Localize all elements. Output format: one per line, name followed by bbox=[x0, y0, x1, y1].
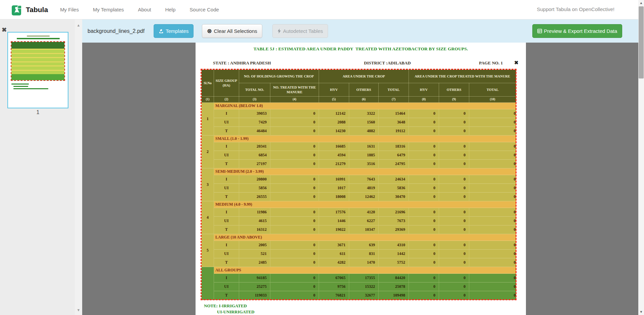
pdf-district: DISTRICT :ADILABAD bbox=[364, 60, 411, 66]
pdf-page[interactable]: TABLE 5J : ESTIMATED AREA UNDER PADDY TR… bbox=[196, 43, 526, 315]
value-cell: 29369 bbox=[379, 225, 409, 234]
table-row: I2005036716394310000 bbox=[202, 241, 516, 250]
col-num-10: (10) bbox=[469, 97, 516, 103]
value-cell: 0 bbox=[439, 109, 469, 118]
col-header-size-group: SIZE GROUP (HA) bbox=[214, 70, 239, 97]
col-num-5: (5) bbox=[319, 97, 349, 103]
mini-note-line bbox=[11, 84, 29, 85]
mini-note-line bbox=[13, 88, 48, 89]
pdf-viewer: TABLE 5J : ESTIMATED AREA UNDER PADDY TR… bbox=[82, 43, 638, 315]
pdf-data-table: Sl.No SIZE GROUP (HA) NO. OF HOLDINGS GR… bbox=[201, 69, 516, 300]
value-cell: 0 bbox=[270, 175, 319, 184]
value-cell: 0 bbox=[270, 208, 319, 217]
value-cell: 2088 bbox=[319, 118, 349, 127]
value-cell: 4120 bbox=[349, 208, 379, 217]
value-cell: 0 bbox=[469, 118, 516, 127]
open-filename: background_lines_2.pdf bbox=[88, 28, 145, 34]
delete-page-icon[interactable]: ✖ bbox=[2, 26, 7, 34]
scrollbar-thumb[interactable] bbox=[639, 6, 644, 78]
page-1-thumbnail[interactable] bbox=[7, 32, 68, 108]
table-row: T163120190221034729369000 bbox=[202, 225, 516, 234]
sidebar-scroll-down-icon[interactable]: ▼ bbox=[76, 308, 81, 312]
value-cell: 24795 bbox=[379, 160, 409, 168]
value-cell: 0 bbox=[469, 258, 516, 267]
value-cell: 0 bbox=[270, 225, 319, 234]
col-num-4: (4) bbox=[270, 97, 319, 103]
value-cell: 611 bbox=[319, 250, 349, 258]
value-cell: 7643 bbox=[349, 175, 379, 184]
brand[interactable]: Tabula bbox=[12, 4, 60, 15]
value-cell: 26555 bbox=[239, 193, 270, 201]
value-cell: 0 bbox=[439, 193, 469, 201]
value-cell: 109498 bbox=[379, 291, 409, 300]
value-cell: 0 bbox=[439, 241, 469, 250]
sidebar-scrollbar[interactable]: ▲ ▼ bbox=[75, 19, 82, 315]
clear-button-label: Clear All Selections bbox=[214, 28, 257, 34]
value-cell: 0 bbox=[439, 175, 469, 184]
value-cell: 17355 bbox=[349, 274, 379, 282]
value-cell: 1560 bbox=[349, 118, 379, 127]
brand-name: Tabula bbox=[26, 6, 48, 14]
col-num-6: (6) bbox=[349, 97, 379, 103]
size-group-band-row: 3SEMI-MEDIUM (2.0 - 3.99) bbox=[202, 168, 516, 175]
value-cell: 0 bbox=[409, 184, 439, 193]
nav-my-templates[interactable]: My Templates bbox=[93, 7, 124, 12]
value-cell: 20341 bbox=[239, 142, 270, 151]
templates-button[interactable]: Templates bbox=[154, 24, 194, 38]
col-header-total-1: TOTAL bbox=[379, 83, 409, 97]
nav-source-code[interactable]: Source Code bbox=[190, 7, 219, 12]
scrollbar-up-icon[interactable]: ▲ bbox=[638, 0, 644, 6]
lightning-icon bbox=[277, 29, 281, 34]
value-cell: 7673 bbox=[379, 217, 409, 225]
irrigation-type-cell: UI bbox=[214, 118, 239, 127]
table-row: I20341016685163118316000 bbox=[202, 142, 516, 151]
value-cell: 18008 bbox=[319, 193, 349, 201]
tabula-logo-icon bbox=[12, 4, 22, 15]
value-cell: 0 bbox=[469, 142, 516, 151]
page-thumbnails-sidebar: ✖ 1 ▲ ▼ bbox=[0, 19, 82, 315]
value-cell: 7429 bbox=[239, 118, 270, 127]
col-header-hyv-1: HYV bbox=[319, 83, 349, 97]
col-num-3: (3) bbox=[239, 97, 270, 103]
value-cell: 0 bbox=[469, 241, 516, 250]
pdf-page-no: PAGE NO. 1 bbox=[479, 60, 503, 66]
nav-help[interactable]: Help bbox=[165, 7, 175, 12]
value-cell: 3516 bbox=[349, 160, 379, 168]
value-cell: 0 bbox=[409, 118, 439, 127]
note-irrigated: NOTE: I-IRRIGATED bbox=[204, 303, 255, 309]
table-row: UI74290208815603648000 bbox=[202, 118, 516, 127]
clear-all-selections-button[interactable]: ⊗ Clear All Selections bbox=[202, 24, 262, 38]
value-cell: 0 bbox=[439, 127, 469, 136]
pdf-meta-row: STATE : ANDHRA PRADESH DISTRICT :ADILABA… bbox=[196, 60, 526, 66]
nav-my-files[interactable]: My Files bbox=[60, 7, 79, 12]
table-header: Sl.No SIZE GROUP (HA) NO. OF HOLDINGS GR… bbox=[202, 70, 516, 103]
preview-export-button[interactable]: Preview & Export Extracted Data bbox=[532, 24, 622, 38]
value-cell: 84420 bbox=[379, 274, 409, 282]
scrollbar-down-icon[interactable]: ▼ bbox=[638, 309, 644, 315]
value-cell: 19112 bbox=[379, 127, 409, 136]
support-opencollective-link[interactable]: Support Tabula on OpenCollective! bbox=[537, 6, 614, 12]
window-scrollbar[interactable]: ▲ ▼ bbox=[638, 0, 644, 315]
value-cell: 0 bbox=[469, 175, 516, 184]
value-cell: 0 bbox=[439, 217, 469, 225]
mini-table-body bbox=[11, 49, 64, 74]
autodetect-tables-button[interactable]: Autodetect Tables bbox=[272, 24, 328, 38]
table-row: T24850428214705752000 bbox=[202, 258, 516, 267]
col-num-8: (8) bbox=[409, 97, 439, 103]
value-cell: 0 bbox=[409, 127, 439, 136]
selection-close-icon[interactable]: ✖ bbox=[514, 60, 519, 66]
value-cell: 9756 bbox=[319, 282, 349, 291]
value-cell: 0 bbox=[469, 250, 516, 258]
value-cell: 10347 bbox=[349, 225, 379, 234]
col-header-no-treated: NO. TREATED WITH THE MANURE bbox=[270, 83, 319, 97]
content-area: ✖ 1 ▲ ▼ background_lines_2.pdf bbox=[0, 19, 638, 315]
nav-about[interactable]: About bbox=[138, 7, 151, 12]
sidebar-scroll-up-icon[interactable]: ▲ bbox=[76, 23, 81, 28]
pdf-table-title: TABLE 5J : ESTIMATED AREA UNDER PADDY TR… bbox=[196, 46, 526, 52]
value-cell: 119033 bbox=[239, 291, 270, 300]
value-cell: 0 bbox=[409, 208, 439, 217]
value-cell: 39053 bbox=[239, 109, 270, 118]
value-cell: 0 bbox=[469, 109, 516, 118]
value-cell: 21696 bbox=[379, 208, 409, 217]
value-cell: 27197 bbox=[239, 160, 270, 168]
